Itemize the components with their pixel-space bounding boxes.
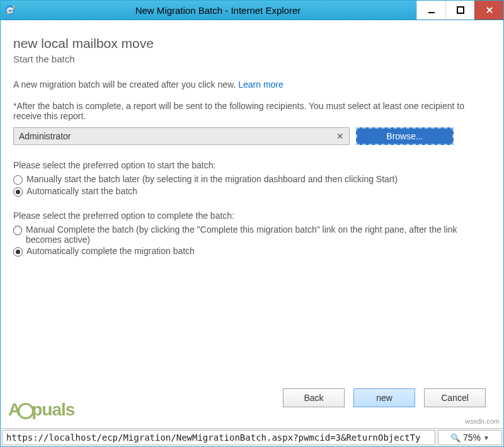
report-note: *After the batch is complete, a report w… <box>13 101 484 121</box>
start-group-title: Please select the preferred option to st… <box>13 160 484 170</box>
cancel-button[interactable]: Cancel <box>424 388 486 407</box>
titlebar: New Migration Batch - Internet Explorer <box>1 1 503 20</box>
radio-label: Manually start the batch later (by selec… <box>26 174 398 184</box>
svg-rect-2 <box>457 7 464 13</box>
info-line: A new migration batch will be created af… <box>13 79 484 90</box>
chevron-down-icon: ▼ <box>483 434 490 441</box>
complete-group-title: Please select the preferred option to co… <box>13 211 484 221</box>
radio-icon <box>13 226 22 235</box>
page-subheading: Start the batch <box>13 54 484 64</box>
minimize-button[interactable] <box>416 1 445 20</box>
complete-option-manual[interactable]: Manual Complete the batch (by clicking t… <box>13 224 484 245</box>
recipient-value: Administrator <box>19 131 334 141</box>
svg-rect-1 <box>428 12 435 13</box>
info-text: A new migration batch will be created af… <box>13 79 238 90</box>
new-button[interactable]: new <box>353 388 415 407</box>
browse-button[interactable]: Browse... <box>356 127 454 145</box>
url-display[interactable]: https://localhost/ecp/Migration/NewMigra… <box>2 430 435 445</box>
magnifier-icon: 🔍 <box>450 433 461 443</box>
page-heading: new local mailbox move <box>13 36 484 51</box>
watermark-site: wsxdn.com <box>465 417 500 425</box>
learn-more-link[interactable]: Learn more <box>238 79 284 90</box>
radio-label: Automatically start the batch <box>26 186 137 196</box>
window-buttons <box>416 1 503 20</box>
start-option-manual[interactable]: Manually start the batch later (by selec… <box>13 174 484 185</box>
complete-option-auto[interactable]: Automatically complete the migration bat… <box>13 246 484 257</box>
statusbar: https://localhost/ecp/Migration/NewMigra… <box>1 428 503 446</box>
watermark-logo: Apuals <box>8 400 74 420</box>
radio-icon <box>13 247 23 257</box>
zoom-value: 75% <box>463 432 481 443</box>
radio-label: Manual Complete the batch (by clicking t… <box>26 224 484 245</box>
radio-label: Automatically complete the migration bat… <box>26 246 195 256</box>
footer-buttons: Back new Cancel <box>283 388 486 407</box>
window: New Migration Batch - Internet Explorer … <box>0 0 504 447</box>
zoom-control[interactable]: 🔍 75% ▼ <box>438 430 502 445</box>
window-title: New Migration Batch - Internet Explorer <box>20 5 416 16</box>
watermark-chars: puals <box>32 400 74 419</box>
content-pane: new local mailbox move Start the batch A… <box>1 20 503 428</box>
clear-recipient-icon[interactable]: ✕ <box>334 131 346 141</box>
maximize-button[interactable] <box>445 1 474 20</box>
recipient-row: Administrator ✕ Browse... <box>13 127 484 145</box>
close-button[interactable] <box>474 1 503 20</box>
back-button[interactable]: Back <box>283 388 345 407</box>
radio-icon <box>13 187 23 197</box>
recipient-input[interactable]: Administrator ✕ <box>13 127 350 145</box>
radio-icon <box>13 175 23 185</box>
start-option-auto[interactable]: Automatically start the batch <box>13 186 484 197</box>
ie-icon <box>4 4 16 16</box>
